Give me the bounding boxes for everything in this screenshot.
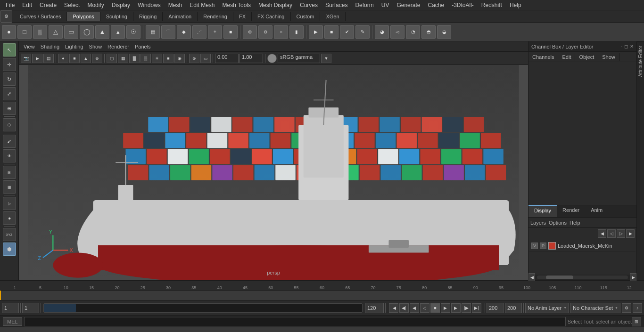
menu-edit[interactable]: Edit: [18, 1, 36, 9]
menu-3dtoall[interactable]: -3DtoAll-: [448, 1, 478, 9]
vp-colorspace-icon[interactable]: [267, 54, 277, 63]
menu-surfaces[interactable]: Surfaces: [322, 1, 351, 9]
menu-windows[interactable]: Windows: [134, 1, 165, 9]
layer-visibility[interactable]: V: [531, 243, 538, 249]
layer-scroll-thumb[interactable]: [546, 275, 573, 279]
rph-close-btn[interactable]: ✕: [630, 44, 634, 49]
mel-label[interactable]: MEL: [3, 317, 22, 326]
menu-generate[interactable]: Generate: [393, 1, 424, 9]
tool-paint[interactable]: 🖌: [3, 135, 16, 148]
pb-prev-key-btn[interactable]: ◀|: [399, 303, 409, 313]
shelf-fill-hole[interactable]: ■: [223, 25, 238, 39]
pb-end-btn[interactable]: ▶|: [472, 303, 481, 313]
timeline-ruler[interactable]: 1 5 10 15 20 25 30 35 40 45 50 55 60 65 …: [0, 281, 644, 291]
shelf-combine[interactable]: ⊕: [243, 25, 257, 39]
workspace-tab-rigging[interactable]: Rigging: [133, 12, 163, 21]
layer-scroll-track[interactable]: [537, 275, 628, 279]
shelf-grab[interactable]: ◒: [437, 25, 451, 39]
vp-cam-btn[interactable]: 📷: [21, 54, 31, 63]
pb-next-btn[interactable]: ▶: [451, 303, 461, 313]
shelf-sphere[interactable]: ●: [2, 25, 16, 39]
shelf-paint-sel[interactable]: ✎: [355, 25, 370, 39]
vp-sel3-btn[interactable]: ▲: [81, 54, 91, 63]
vp-grid-btn[interactable]: ▢: [107, 54, 117, 63]
workspace-tab-fx-caching[interactable]: FX Caching: [252, 12, 290, 21]
attr-editor-tab[interactable]: Attribute Editor: [637, 41, 644, 81]
layer-btn-left1[interactable]: ◀: [598, 229, 606, 238]
pb-start-btn[interactable]: |◀: [389, 303, 398, 313]
timeline-playhead[interactable]: [0, 291, 1, 300]
tool-scale[interactable]: ⤢: [3, 87, 16, 100]
shelf-mirror[interactable]: ▮: [289, 25, 304, 39]
workspace-tab-sculpting[interactable]: Sculpting: [100, 12, 133, 21]
layer-btn-left2[interactable]: ◁: [607, 229, 616, 238]
tool-last[interactable]: ⊕: [3, 102, 16, 115]
vp-xray-btn[interactable]: ⊗: [189, 54, 199, 63]
anim-layer-dropdown[interactable]: No Anim Layer: [525, 303, 569, 313]
vp-view-menu[interactable]: View: [22, 44, 37, 49]
shelf-torus[interactable]: ◯: [80, 25, 94, 39]
channel-tab-channels[interactable]: Channels: [528, 53, 558, 61]
workspace-tab-xgen[interactable]: XGen: [320, 12, 345, 21]
tool-rotate[interactable]: ↻: [3, 73, 16, 86]
vp-shading-menu[interactable]: Shading: [39, 44, 61, 49]
menu-deform[interactable]: Deform: [351, 1, 377, 9]
layer-menu-layers[interactable]: Layers: [530, 220, 546, 226]
tool-show[interactable]: 👁: [3, 149, 16, 162]
pb-prev-btn[interactable]: ◀: [410, 303, 419, 313]
tool-move[interactable]: ✛: [3, 58, 16, 71]
shelf-separate[interactable]: ⊖: [258, 25, 272, 39]
menu-edit-mesh[interactable]: Edit Mesh: [186, 1, 218, 9]
workspace-tab-custom[interactable]: Custom: [291, 12, 321, 21]
layer-tab-anim[interactable]: Anim: [585, 205, 608, 217]
tool-lasso[interactable]: ⬡: [3, 118, 16, 131]
viewport[interactable]: X Y Z persp: [19, 65, 528, 280]
shelf-plane[interactable]: ▭: [64, 25, 78, 39]
vp-val1-field[interactable]: 0.00: [215, 54, 239, 63]
pb-next-key-btn[interactable]: |▶: [462, 303, 471, 313]
vp-renderer-menu[interactable]: Renderer: [106, 44, 131, 49]
menu-display[interactable]: Display: [108, 1, 134, 9]
menu-uv[interactable]: UV: [378, 1, 393, 9]
layer-tab-display[interactable]: Display: [528, 205, 557, 217]
rph-min-btn[interactable]: -: [621, 44, 622, 49]
frame-start-field[interactable]: 1: [2, 303, 19, 313]
vp-colorspace-field[interactable]: sRGB gamma: [278, 54, 320, 63]
vp-cam2-btn[interactable]: ▶: [32, 54, 42, 63]
pb-play-btn[interactable]: ▶: [441, 303, 450, 313]
shelf-bridge[interactable]: ⌒: [161, 25, 175, 39]
vp-lighting-menu[interactable]: Lighting: [63, 44, 85, 49]
rph-max-btn[interactable]: ◻: [624, 44, 628, 49]
shelf-crease[interactable]: ◅: [390, 25, 405, 39]
layer-menu-options[interactable]: Options: [549, 220, 567, 226]
char-set-dropdown[interactable]: No Character Set: [570, 303, 620, 313]
workspace-settings-icon[interactable]: ⚙: [0, 10, 12, 23]
frame-range-end-field[interactable]: 200: [505, 303, 522, 313]
tool-grid[interactable]: ▦: [3, 180, 16, 194]
layer-color-swatch[interactable]: [548, 242, 556, 250]
tool-xyz[interactable]: XYZ: [3, 228, 16, 241]
vp-val2-field[interactable]: 1.00: [239, 54, 263, 63]
vp-shadow-btn[interactable]: ■: [163, 54, 173, 63]
shelf-prism[interactable]: ▲: [95, 25, 109, 39]
menu-cache[interactable]: Cache: [424, 1, 448, 9]
vp-isolate-btn[interactable]: ▭: [200, 54, 211, 63]
menu-help[interactable]: Help: [506, 1, 525, 9]
channel-tab-edit[interactable]: Edit: [558, 53, 575, 61]
vp-panels-menu[interactable]: Panels: [133, 44, 153, 49]
tool-snap[interactable]: ⊞: [3, 166, 16, 179]
menu-create[interactable]: Create: [36, 1, 60, 9]
layer-tab-render[interactable]: Render: [557, 205, 585, 217]
workspace-tab-fx[interactable]: FX: [233, 12, 252, 21]
mel-expand-btn[interactable]: ⊞: [632, 317, 641, 326]
vp-sel4-btn[interactable]: ⊕: [92, 54, 102, 63]
channel-tab-object[interactable]: Object: [575, 53, 598, 61]
workspace-tab-curves-surfaces[interactable]: Curves / Surfaces: [14, 12, 67, 21]
layer-playback[interactable]: P: [540, 243, 546, 249]
pb-options-btn[interactable]: ⚙: [622, 303, 631, 313]
layer-btn-right2[interactable]: ▶: [626, 229, 635, 238]
shelf-sculpt[interactable]: ◕: [375, 25, 389, 39]
shelf-bevel[interactable]: ◆: [177, 25, 191, 39]
frame-end-range-field[interactable]: 200: [487, 303, 504, 313]
shelf-multicut[interactable]: ⋰: [192, 25, 206, 39]
